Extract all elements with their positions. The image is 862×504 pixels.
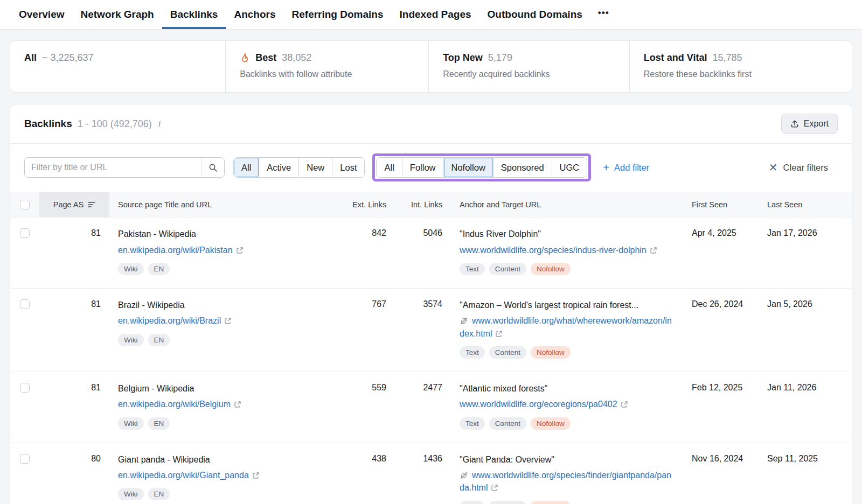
int-links-value: 5046 — [386, 218, 442, 288]
search-icon — [208, 163, 218, 172]
tab-backlinks[interactable]: Backlinks — [162, 0, 226, 29]
target-url-link[interactable]: www.worldwildlife.org/ecoregions/pa0402 — [460, 400, 617, 409]
external-link-icon[interactable] — [491, 484, 498, 492]
anchor-text: "Atlantic mixed forests" — [460, 383, 674, 395]
tab-anchors[interactable]: Anchors — [226, 0, 283, 29]
card-lost-and-vital[interactable]: Lost and Vital 15,785 Restore these back… — [629, 41, 852, 92]
last-seen-value: Jan 5, 2026 — [756, 289, 819, 372]
int-links-value: 1436 — [386, 443, 442, 504]
follow-filter-highlight: All Follow Nofollow Sponsored UGC — [372, 153, 591, 181]
link-type-badge: Content — [489, 346, 526, 359]
card-value: ~ 3,225,637 — [42, 52, 94, 64]
external-link-icon[interactable] — [495, 330, 503, 338]
close-icon: ✕ — [769, 162, 778, 173]
unlink-icon — [460, 471, 468, 480]
tab-overview[interactable]: Overview — [11, 0, 73, 29]
status-filter-active[interactable]: Active — [259, 158, 298, 177]
search-button[interactable] — [201, 158, 224, 177]
plus-icon: + — [603, 162, 609, 173]
status-filter-new[interactable]: New — [298, 158, 332, 177]
tag-badge: EN — [148, 417, 170, 430]
card-top-new[interactable]: Top New 5,179 Recently acquired backlink… — [428, 41, 629, 92]
tab-indexed-pages[interactable]: Indexed Pages — [392, 0, 479, 29]
link-type-badge: Content — [489, 263, 526, 275]
clear-filters-label: Clear filters — [783, 163, 828, 173]
row-checkbox[interactable] — [20, 383, 30, 393]
link-type-badge: Content — [489, 501, 526, 504]
tab-outbound-domains[interactable]: Outbound Domains — [479, 0, 590, 29]
select-all-checkbox[interactable] — [20, 200, 30, 209]
follow-filter-ugc[interactable]: UGC — [552, 158, 587, 177]
status-filter-all[interactable]: All — [234, 158, 259, 177]
ext-links-value: 559 — [345, 372, 386, 443]
column-header-ext-links: Ext. Links — [345, 192, 386, 217]
card-all[interactable]: All ~ 3,225,637 — [10, 41, 225, 92]
source-title: Giant panda - Wikipedia — [118, 454, 332, 466]
source-title: Belgium - Wikipedia — [118, 383, 332, 395]
source-url-link[interactable]: en.wikipedia.org/wiki/Belgium — [118, 400, 231, 409]
more-tabs-icon[interactable]: ••• — [590, 0, 617, 29]
tag-badge: Wiki — [118, 263, 144, 275]
card-value: 15,785 — [712, 52, 742, 64]
target-url-link[interactable]: www.worldwildlife.org/what/wherewework/a… — [460, 316, 672, 338]
first-seen-value: Apr 4, 2025 — [680, 218, 756, 288]
int-links-value: 3574 — [386, 289, 442, 372]
follow-filter-nofollow[interactable]: Nofollow — [443, 158, 493, 177]
external-link-icon[interactable] — [234, 401, 241, 408]
anchor-text: "Giant Panda: Overview" — [460, 454, 674, 466]
external-link-icon[interactable] — [236, 247, 244, 254]
anchor-text: "Amazon – World's largest tropical rain … — [460, 299, 674, 311]
external-link-icon[interactable] — [650, 247, 657, 254]
ext-links-value: 438 — [345, 443, 386, 504]
table-row: 81 Belgium - Wikipedia en.wikipedia.org/… — [10, 372, 852, 443]
target-url-link[interactable]: www.worldwildlife.org/species/indus-rive… — [460, 246, 646, 255]
source-url-link[interactable]: en.wikipedia.org/wiki/Brazil — [118, 316, 221, 325]
nofollow-badge: Nofollow — [531, 263, 571, 275]
panel-title: Backlinks — [24, 118, 72, 130]
anchor-text: "Indus River Dolphin" — [460, 228, 674, 240]
first-seen-value: Nov 16, 2024 — [680, 443, 756, 504]
clear-filters-button[interactable]: ✕ Clear filters — [769, 162, 828, 173]
page-as-value: 81 — [39, 372, 109, 443]
result-range: 1 - 100 (492,706) — [78, 118, 152, 130]
nofollow-badge: Nofollow — [531, 346, 571, 359]
source-url-link[interactable]: en.wikipedia.org/wiki/Giant_panda — [118, 471, 249, 480]
row-checkbox[interactable] — [20, 299, 30, 309]
status-filter-lost[interactable]: Lost — [332, 158, 364, 177]
tab-network-graph[interactable]: Network Graph — [73, 0, 162, 29]
row-checkbox[interactable] — [20, 228, 30, 238]
search-input[interactable] — [25, 163, 201, 172]
follow-filter-group: All Follow Nofollow Sponsored UGC — [376, 157, 587, 178]
add-filter-button[interactable]: + Add filter — [603, 162, 649, 173]
follow-filter-sponsored[interactable]: Sponsored — [493, 158, 552, 177]
link-type-badge: Content — [489, 417, 526, 430]
follow-filter-all[interactable]: All — [377, 158, 401, 177]
column-header-page-as[interactable]: Page AS — [39, 192, 109, 217]
card-title: All — [24, 52, 37, 64]
tag-badge: EN — [148, 488, 170, 500]
external-link-icon[interactable] — [621, 401, 628, 408]
card-title: Lost and Vital — [644, 52, 707, 64]
external-link-icon[interactable] — [224, 317, 232, 325]
tab-referring-domains[interactable]: Referring Domains — [284, 0, 392, 29]
page-as-value: 80 — [39, 443, 109, 504]
external-link-icon[interactable] — [252, 472, 260, 479]
last-seen-value: Jan 11, 2026 — [756, 372, 819, 443]
last-seen-value: Jan 17, 2026 — [756, 218, 819, 288]
link-type-badge: Text — [460, 501, 485, 504]
first-seen-value: Feb 12, 2025 — [680, 372, 756, 443]
export-button[interactable]: Export — [781, 114, 838, 134]
link-type-badge: Text — [460, 417, 485, 430]
export-label: Export — [804, 119, 829, 129]
card-best[interactable]: Best 38,052 Backlinks with follow attrib… — [225, 41, 428, 92]
row-checkbox[interactable] — [20, 454, 30, 464]
card-value: 5,179 — [488, 52, 512, 64]
info-icon[interactable]: i — [157, 118, 162, 129]
source-url-link[interactable]: en.wikipedia.org/wiki/Pakistan — [118, 246, 233, 255]
follow-filter-follow[interactable]: Follow — [402, 158, 443, 177]
column-header-anchor: Anchor and Target URL — [442, 192, 680, 217]
card-subtitle: Backlinks with follow attribute — [240, 69, 414, 79]
link-type-badge: Text — [460, 346, 485, 359]
column-header-source: Source page Title and URL — [109, 192, 345, 217]
last-seen-value: Sep 11, 2025 — [756, 443, 819, 504]
